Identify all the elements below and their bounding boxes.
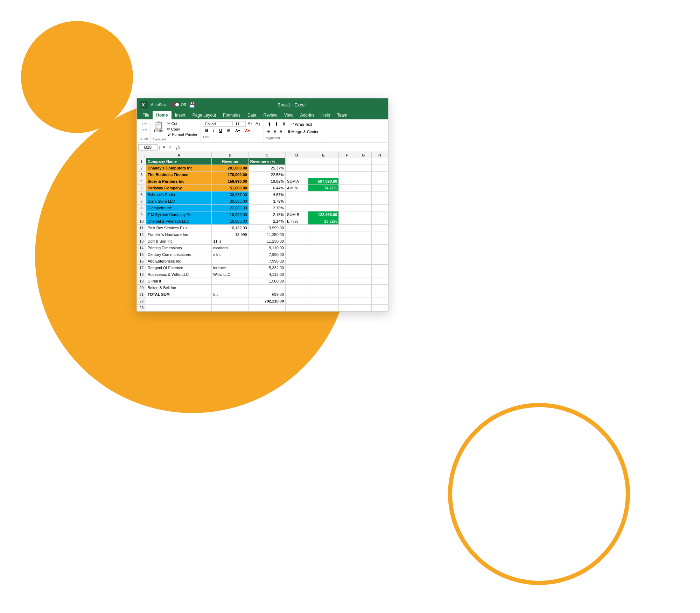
font-color-button[interactable]: A▾ [243,128,252,134]
tab-home[interactable]: Home [153,111,171,119]
cell-G16[interactable] [355,258,372,265]
cell-H6[interactable] [372,191,388,198]
cell-D19[interactable] [286,278,308,285]
font-size-selector[interactable] [234,121,246,127]
cell-F17[interactable] [339,265,355,271]
cell-E18[interactable] [308,271,339,278]
cell-C8[interactable]: 2.78% [248,205,285,211]
cell-C1[interactable]: Revenue in % [248,158,285,165]
col-header-C[interactable]: C [248,152,285,158]
cell-B6[interactable]: 36,987.00 [212,191,248,198]
cell-G2[interactable] [355,165,372,172]
cell-A2[interactable]: Chanay's Computers Inc [146,165,211,172]
cell-C20[interactable] [248,285,285,291]
col-header-B[interactable]: B [212,152,248,158]
cell-E17[interactable] [308,265,339,271]
cell-E15[interactable] [308,251,339,258]
cell-F4[interactable] [339,178,355,185]
cell-F19[interactable] [339,278,355,285]
cell-H10[interactable] [372,218,388,225]
cell-G12[interactable] [355,231,372,238]
cell-C13[interactable]: 11,230.00 [248,238,285,245]
cell-H13[interactable] [372,238,388,245]
cell-E7[interactable] [308,198,339,205]
cell-H7[interactable] [372,198,388,205]
bold-button[interactable]: B [203,127,210,134]
cell-B13[interactable]: 11,is [212,238,248,245]
cell-D15[interactable] [286,251,308,258]
cell-H2[interactable] [372,165,388,172]
tab-team[interactable]: Team [334,111,351,119]
col-header-F[interactable]: F [339,152,355,158]
cell-E6[interactable] [308,191,339,198]
tab-formulas[interactable]: Formulas [219,111,244,119]
cell-B18[interactable]: Willis LLC [212,271,248,278]
cell-G6[interactable] [355,191,372,198]
cell-A8[interactable]: Giampetro Inc [146,205,211,211]
cell-C9[interactable]: 2.15% [248,211,285,218]
cell-H14[interactable] [372,245,388,251]
cell-H23[interactable] [372,305,388,311]
cell-F1[interactable] [339,158,355,165]
cell-C21[interactable]: 699.00 [248,291,285,298]
italic-button[interactable]: I [211,127,216,134]
cell-A19[interactable]: U Pull It [146,278,211,285]
cell-E11[interactable] [308,225,339,231]
cell-F7[interactable] [339,198,355,205]
col-header-H[interactable]: H [372,152,388,158]
cell-F13[interactable] [339,238,355,245]
cell-C16[interactable]: 7,990.00 [248,258,285,265]
cell-F16[interactable] [339,258,355,265]
cell-C2[interactable]: 25.37% [248,165,285,172]
cell-B17[interactable]: lorence [212,265,248,271]
cell-A11[interactable]: Post Box Services Plus [146,225,211,231]
align-middle-button[interactable]: ⬇ [273,121,280,127]
cell-F10[interactable] [339,218,355,225]
cell-A23[interactable] [146,305,211,311]
cell-B8[interactable]: 22,000.00 [212,205,248,211]
cell-G11[interactable] [355,225,372,231]
autosave-toggle[interactable] [169,102,180,107]
cell-B22[interactable] [212,298,248,305]
cell-B19[interactable] [212,278,248,285]
undo-button[interactable]: ↩ ▾ [140,121,148,127]
cell-E13[interactable] [308,238,339,245]
cell-F15[interactable] [339,251,355,258]
cell-C19[interactable]: 1,500.00 [248,278,285,285]
cell-D7[interactable] [286,198,308,205]
align-bottom-button[interactable]: ⬇ [281,121,287,127]
font-size-increase[interactable]: A↑ [247,121,253,127]
tab-insert[interactable]: Insert [172,111,189,119]
col-header-G[interactable]: G [355,152,372,158]
cell-C3[interactable]: 22.58% [248,172,285,178]
cell-A14[interactable]: Printing Dimensions [146,245,211,251]
cell-A18[interactable]: Rousseaux & Willis LLC [146,271,211,278]
cell-F12[interactable] [339,231,355,238]
cell-C17[interactable]: 5,332.00 [248,265,285,271]
cell-C7[interactable]: 3.79% [248,198,285,205]
tab-view[interactable]: View [281,111,297,119]
cell-H4[interactable] [372,178,388,185]
cell-H16[interactable] [372,258,388,265]
cell-G5[interactable] [355,185,372,191]
cell-H12[interactable] [372,231,388,238]
cell-E9[interactable]: 122,966.00 [308,211,339,218]
cell-F14[interactable] [339,245,355,251]
cell-H21[interactable] [372,291,388,298]
cell-D5[interactable]: A in % [286,185,308,191]
align-right-button[interactable]: ≡ [278,128,284,135]
cell-A12[interactable]: Franklin's Hardware Inc [146,231,211,238]
cell-B12[interactable]: 13,999 [212,231,248,238]
cell-E19[interactable] [308,278,339,285]
cell-F6[interactable] [339,191,355,198]
cell-A9[interactable]: T M Byxbee Company Pc [146,211,211,218]
cell-G13[interactable] [355,238,372,245]
cell-C11[interactable]: 13,999.00 [248,225,285,231]
cell-H9[interactable] [372,211,388,218]
cell-G1[interactable] [355,158,372,165]
cell-H5[interactable] [372,185,388,191]
cell-C15[interactable]: 7,990.00 [248,251,285,258]
cell-B2[interactable]: 201,000.00 [212,165,248,172]
cell-C6[interactable]: 4.67% [248,191,285,198]
wrap-text-button[interactable]: ↵ Wrap Text [290,121,313,127]
